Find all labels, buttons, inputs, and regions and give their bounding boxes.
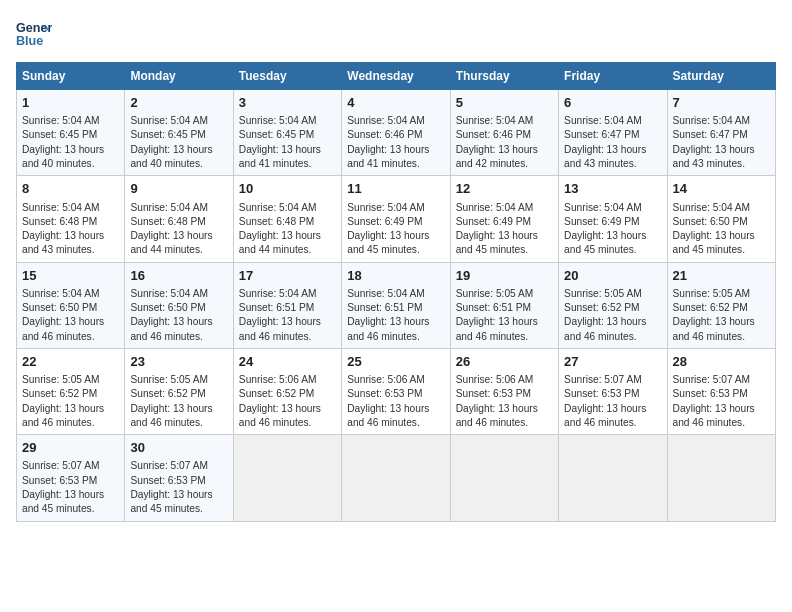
table-row: 16Sunrise: 5:04 AM Sunset: 6:50 PM Dayli… [125, 262, 233, 348]
page-header: General Blue [16, 16, 776, 52]
table-row: 29Sunrise: 5:07 AM Sunset: 6:53 PM Dayli… [17, 435, 125, 521]
table-row: 27Sunrise: 5:07 AM Sunset: 6:53 PM Dayli… [559, 348, 667, 434]
calendar-table: Sunday Monday Tuesday Wednesday Thursday… [16, 62, 776, 522]
table-row: 22Sunrise: 5:05 AM Sunset: 6:52 PM Dayli… [17, 348, 125, 434]
table-row [233, 435, 341, 521]
table-row [450, 435, 558, 521]
logo: General Blue [16, 16, 56, 52]
logo-icon: General Blue [16, 16, 52, 52]
table-row: 23Sunrise: 5:05 AM Sunset: 6:52 PM Dayli… [125, 348, 233, 434]
header-row: Sunday Monday Tuesday Wednesday Thursday… [17, 63, 776, 90]
table-row: 18Sunrise: 5:04 AM Sunset: 6:51 PM Dayli… [342, 262, 450, 348]
table-row: 7Sunrise: 5:04 AM Sunset: 6:47 PM Daylig… [667, 90, 775, 176]
table-row: 26Sunrise: 5:06 AM Sunset: 6:53 PM Dayli… [450, 348, 558, 434]
col-thursday: Thursday [450, 63, 558, 90]
table-row: 5Sunrise: 5:04 AM Sunset: 6:46 PM Daylig… [450, 90, 558, 176]
table-row: 14Sunrise: 5:04 AM Sunset: 6:50 PM Dayli… [667, 176, 775, 262]
table-row: 4Sunrise: 5:04 AM Sunset: 6:46 PM Daylig… [342, 90, 450, 176]
table-row: 24Sunrise: 5:06 AM Sunset: 6:52 PM Dayli… [233, 348, 341, 434]
table-row: 11Sunrise: 5:04 AM Sunset: 6:49 PM Dayli… [342, 176, 450, 262]
col-monday: Monday [125, 63, 233, 90]
table-row: 19Sunrise: 5:05 AM Sunset: 6:51 PM Dayli… [450, 262, 558, 348]
col-sunday: Sunday [17, 63, 125, 90]
table-row: 13Sunrise: 5:04 AM Sunset: 6:49 PM Dayli… [559, 176, 667, 262]
table-row [342, 435, 450, 521]
table-row: 21Sunrise: 5:05 AM Sunset: 6:52 PM Dayli… [667, 262, 775, 348]
col-friday: Friday [559, 63, 667, 90]
table-row: 12Sunrise: 5:04 AM Sunset: 6:49 PM Dayli… [450, 176, 558, 262]
table-row: 25Sunrise: 5:06 AM Sunset: 6:53 PM Dayli… [342, 348, 450, 434]
table-row: 1Sunrise: 5:04 AM Sunset: 6:45 PM Daylig… [17, 90, 125, 176]
svg-text:Blue: Blue [16, 34, 43, 48]
table-row: 20Sunrise: 5:05 AM Sunset: 6:52 PM Dayli… [559, 262, 667, 348]
col-saturday: Saturday [667, 63, 775, 90]
table-row: 15Sunrise: 5:04 AM Sunset: 6:50 PM Dayli… [17, 262, 125, 348]
table-row: 6Sunrise: 5:04 AM Sunset: 6:47 PM Daylig… [559, 90, 667, 176]
table-row: 9Sunrise: 5:04 AM Sunset: 6:48 PM Daylig… [125, 176, 233, 262]
col-wednesday: Wednesday [342, 63, 450, 90]
table-row: 3Sunrise: 5:04 AM Sunset: 6:45 PM Daylig… [233, 90, 341, 176]
table-row: 10Sunrise: 5:04 AM Sunset: 6:48 PM Dayli… [233, 176, 341, 262]
table-row: 30Sunrise: 5:07 AM Sunset: 6:53 PM Dayli… [125, 435, 233, 521]
col-tuesday: Tuesday [233, 63, 341, 90]
table-row [559, 435, 667, 521]
table-row: 8Sunrise: 5:04 AM Sunset: 6:48 PM Daylig… [17, 176, 125, 262]
table-row: 28Sunrise: 5:07 AM Sunset: 6:53 PM Dayli… [667, 348, 775, 434]
table-row: 2Sunrise: 5:04 AM Sunset: 6:45 PM Daylig… [125, 90, 233, 176]
table-row: 17Sunrise: 5:04 AM Sunset: 6:51 PM Dayli… [233, 262, 341, 348]
table-row [667, 435, 775, 521]
